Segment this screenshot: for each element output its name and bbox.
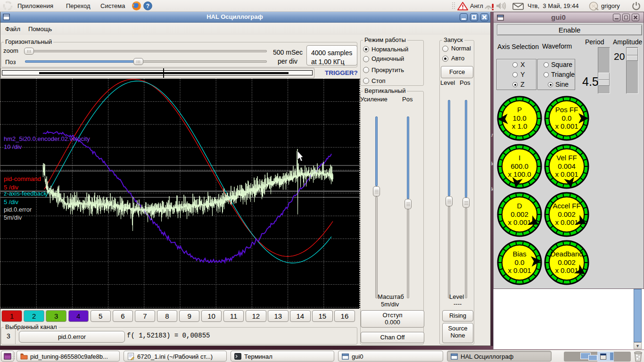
svg-text:10.0: 10.0: [512, 114, 526, 122]
svg-text:x 0.001: x 0.001: [555, 122, 578, 130]
svg-text:Deadband: Deadband: [550, 250, 583, 258]
svg-text:0.002: 0.002: [511, 210, 528, 218]
svg-text:x 0.001: x 0.001: [555, 218, 578, 226]
svg-text:Bias: Bias: [512, 250, 526, 258]
svg-text:0.002: 0.002: [558, 210, 576, 218]
svg-text:P: P: [517, 106, 522, 114]
svg-text:x 0.001: x 0.001: [555, 266, 578, 274]
svg-text:I: I: [519, 154, 520, 162]
svg-text:0.0: 0.0: [562, 114, 572, 122]
svg-text:?: ?: [146, 3, 149, 9]
svg-text:Vel FF: Vel FF: [556, 154, 577, 162]
svg-text:x 0.001: x 0.001: [555, 170, 578, 178]
svg-text:0.002: 0.002: [558, 258, 576, 266]
svg-text:x 1.0: x 1.0: [512, 122, 528, 130]
svg-text:600.0: 600.0: [511, 162, 528, 170]
svg-text:x 0.001: x 0.001: [508, 266, 531, 274]
svg-text:0.0: 0.0: [515, 258, 525, 266]
svg-text:Accel FF: Accel FF: [553, 202, 580, 210]
svg-text:Pos FF: Pos FF: [555, 106, 578, 114]
svg-text:x 0.001: x 0.001: [508, 218, 531, 226]
svg-text:D: D: [517, 202, 522, 210]
svg-text:0.004: 0.004: [558, 162, 576, 170]
svg-text:x 100.0: x 100.0: [508, 170, 531, 178]
